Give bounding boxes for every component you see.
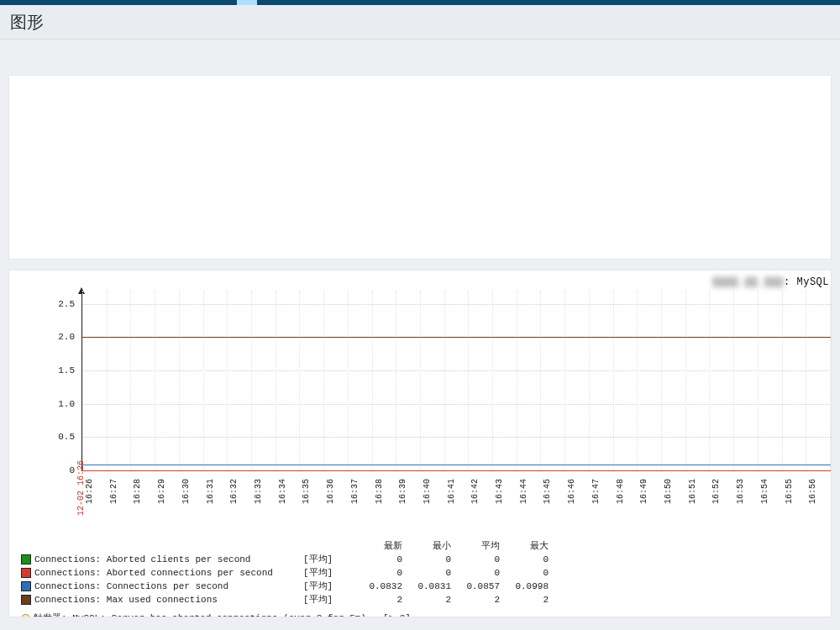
legend: 最新 最小 平均 最大 Connections: Aborted clients… (21, 539, 549, 617)
y-tick-label: 0.5 (50, 432, 75, 442)
page-title-bar: 图形 (0, 5, 840, 39)
x-tick-label: 16:52 (711, 479, 721, 504)
x-tick-label: 16:51 (688, 479, 697, 504)
series-line (82, 337, 831, 338)
y-tick-label: 2.0 (50, 332, 75, 342)
legend-agg-label: [平均] (303, 593, 354, 606)
series-line (82, 465, 831, 465)
x-tick-label: 16:47 (591, 479, 601, 504)
y-tick-label: 0 (50, 465, 75, 475)
legend-swatch (21, 595, 31, 605)
legend-agg-label: [平均] (303, 566, 354, 580)
x-tick-label: 16:33 (254, 479, 263, 504)
x-tick-label: 16:43 (495, 479, 504, 504)
y-tick-label: 1.0 (50, 399, 75, 409)
legend-row[interactable]: Connections: Connections per second[平均]0… (21, 580, 549, 593)
plot-area[interactable] (81, 291, 831, 471)
legend-max: 2 (500, 593, 549, 606)
legend-series-name: Connections: Aborted clients per second (34, 553, 303, 566)
x-tick-label: 16:56 (808, 479, 817, 504)
legend-max: 0.0998 (500, 580, 549, 593)
legend-swatch (21, 568, 31, 578)
legend-agg-label: [平均] (303, 553, 354, 566)
legend-agg-label: [平均] (303, 580, 354, 593)
legend-latest: 0 (354, 566, 402, 580)
trigger-label: 触发器: (34, 612, 67, 617)
legend-swatch (21, 554, 31, 564)
x-tick-label: 16:37 (350, 479, 360, 504)
x-tick-label: 16:38 (375, 479, 384, 504)
legend-min: 0 (402, 566, 451, 580)
legend-min: 0 (402, 553, 451, 566)
x-tick-label: 16:53 (736, 479, 745, 504)
upper-panel (8, 75, 832, 260)
trigger-icon (21, 614, 30, 618)
legend-latest: 0 (354, 553, 402, 566)
legend-series-name: Connections: Connections per second (34, 580, 303, 593)
x-tick-label: 16:42 (470, 479, 480, 504)
y-tick-label: 2.5 (50, 299, 75, 309)
legend-max: 0 (500, 566, 549, 580)
chart-host-label: ▇▇▇▇_▇▇_▇▇▇: MySQL (712, 276, 829, 288)
legend-series-name: Connections: Aborted connections per sec… (34, 566, 303, 580)
x-tick-label: 16:45 (543, 479, 552, 504)
legend-min: 2 (402, 593, 451, 606)
x-tick-label: 16:34 (278, 479, 287, 504)
y-tick-label: 1.5 (50, 365, 75, 375)
x-tick-label: 16:39 (398, 479, 407, 504)
x-tick-label: 16:44 (519, 479, 528, 504)
legend-avg: 0 (451, 553, 500, 566)
legend-row[interactable]: Connections: Aborted clients per second[… (21, 553, 549, 566)
legend-series-name: Connections: Max used connections (34, 593, 303, 606)
legend-latest: 0.0832 (354, 580, 402, 593)
x-tick-label: 16:35 (302, 479, 311, 504)
x-tick-label: 16:55 (785, 479, 794, 504)
x-tick-label: 16:29 (157, 479, 166, 504)
x-tick-label: 16:54 (760, 479, 769, 504)
x-tick-label: 16:50 (664, 479, 673, 504)
legend-latest: 2 (354, 593, 402, 606)
trigger-row: 触发器: MySQL: Server has aborted connectio… (21, 612, 549, 617)
x-tick-label: 16:49 (639, 479, 648, 504)
x-tick-label: 16:32 (229, 479, 239, 504)
legend-row[interactable]: Connections: Aborted connections per sec… (21, 566, 549, 580)
x-tick-label: 16:46 (567, 479, 576, 504)
legend-header: 最新 最小 平均 最大 (21, 539, 549, 553)
x-tick-label: 16:41 (447, 479, 456, 504)
active-tab-indicator (237, 0, 257, 5)
legend-swatch (21, 581, 31, 591)
x-tick-label: 16:28 (133, 479, 142, 504)
legend-max: 0 (500, 553, 549, 566)
series-line (82, 470, 831, 471)
content-spacer (0, 39, 840, 75)
legend-row[interactable]: Connections: Max used connections[平均]222… (21, 593, 549, 606)
top-nav-bar (0, 0, 840, 5)
x-tick-label: 16:27 (109, 479, 118, 504)
x-tick-label: 16:36 (326, 479, 335, 504)
chart-panel: ▇▇▇▇_▇▇_▇▇▇: MySQL 12-02 16:26 最新 最小 平均 … (8, 270, 832, 617)
legend-avg: 2 (451, 593, 500, 606)
x-tick-label: 16:30 (181, 479, 191, 504)
x-tick-label: 16:26 (85, 479, 94, 504)
trigger-expr: [> 3] (383, 612, 411, 617)
legend-avg: 0 (451, 566, 500, 580)
page-title: 图形 (10, 11, 44, 34)
x-tick-label: 16:31 (206, 479, 215, 504)
legend-min: 0.0831 (402, 580, 451, 593)
trigger-text: MySQL: Server has aborted connections (o… (72, 612, 366, 617)
x-tick-label: 16:48 (616, 479, 625, 504)
legend-avg: 0.0857 (451, 580, 500, 593)
x-tick-label: 16:40 (423, 479, 432, 504)
